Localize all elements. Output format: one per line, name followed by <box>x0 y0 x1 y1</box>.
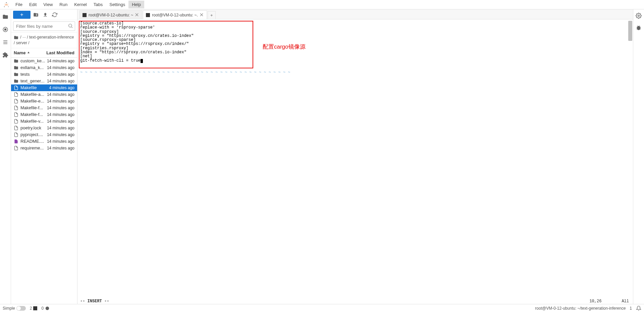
svg-line-9 <box>71 27 72 28</box>
file-time: 4 minutes ago <box>49 85 74 90</box>
file-name: Makefile <box>20 85 37 90</box>
breadcrumb[interactable]: / ··· / text-generation-inference / serv… <box>11 33 77 48</box>
terminal-content: [source.crates-io] replace-with = 'rspro… <box>80 21 626 63</box>
menu-run[interactable]: Run <box>56 1 71 8</box>
new-launcher-button[interactable]: + <box>13 11 31 19</box>
file-row[interactable]: tests14 minutes ago <box>11 71 77 78</box>
file-name: requireme... <box>20 145 44 150</box>
file-row[interactable]: Makefile4 minutes ago <box>11 84 77 91</box>
menu-edit[interactable]: Edit <box>26 1 40 8</box>
file-browser-panel: + / ··· / text-generation-inference / se… <box>11 9 77 304</box>
file-row[interactable]: poetry.lock14 minutes ago <box>11 125 77 131</box>
file-row[interactable]: Makefile-f...14 minutes ago <box>11 111 77 118</box>
vim-percent: All <box>622 299 629 304</box>
vim-mode: -- INSERT -- <box>80 299 109 304</box>
folder-icon <box>14 65 18 70</box>
menu-view[interactable]: View <box>40 1 56 8</box>
menu-file[interactable]: File <box>12 1 26 8</box>
file-row[interactable]: pyproject....14 minutes ago <box>11 131 77 138</box>
property-inspector-icon[interactable] <box>636 13 642 19</box>
search-icon <box>68 23 73 28</box>
file-row[interactable]: exllama_k...14 minutes ago <box>11 64 77 71</box>
file-icon <box>14 99 18 104</box>
svg-point-2 <box>8 6 9 7</box>
upload-icon[interactable] <box>41 11 49 19</box>
statusbar: Simple 2 0 root@VM-0-12-ubuntu: ~/text-g… <box>0 304 644 312</box>
kernel-icon <box>45 306 50 311</box>
folder-icon[interactable] <box>2 13 9 20</box>
file-name: Makefile-f... <box>20 112 43 117</box>
extension-icon[interactable] <box>2 52 9 58</box>
file-icon <box>14 85 18 90</box>
file-time: 14 minutes ago <box>47 112 74 117</box>
filter-input[interactable] <box>13 21 75 31</box>
file-time: 14 minutes ago <box>47 126 74 130</box>
status-kernel-count[interactable]: 0 <box>41 306 50 311</box>
file-time: 14 minutes ago <box>47 72 74 77</box>
menu-settings[interactable]: Settings <box>106 1 128 8</box>
editor-area: root@VM-0-12-ubuntu: ~root@VM-0-12-ubunt… <box>77 9 633 304</box>
file-toolbar: + <box>11 9 77 20</box>
file-row[interactable]: Makefile-a...14 minutes ago <box>11 91 77 98</box>
folder-icon <box>14 35 18 40</box>
file-row[interactable]: Makefile-e...14 minutes ago <box>11 98 77 105</box>
header-modified-label[interactable]: Last Modified <box>46 50 74 55</box>
file-time: 14 minutes ago <box>47 65 74 70</box>
file-name: Makefile-e... <box>20 99 44 104</box>
svg-rect-4 <box>5 29 6 30</box>
status-tabs-count[interactable]: 2 <box>30 306 38 311</box>
svg-point-14 <box>638 15 640 17</box>
scrollbar-thumb[interactable] <box>628 21 632 41</box>
refresh-icon[interactable] <box>51 11 59 19</box>
svg-point-1 <box>4 6 5 7</box>
file-name: poetry.lock <box>20 125 41 130</box>
right-sidebar <box>633 9 644 304</box>
new-folder-icon[interactable] <box>32 11 40 19</box>
vim-position: 10,26 <box>589 299 601 304</box>
menu-kernel[interactable]: Kernel <box>71 1 90 8</box>
file-list: custom_ke...14 minutes agoexllama_k...14… <box>11 58 77 304</box>
folder-icon <box>14 72 18 77</box>
header-name-label[interactable]: Name <box>14 50 25 55</box>
file-icon <box>14 126 18 130</box>
terminal-icon <box>146 13 150 17</box>
annotation-text: 配置cargo镜像源 <box>263 43 306 51</box>
activity-bar <box>0 9 11 304</box>
file-row[interactable]: Makefile-f...14 minutes ago <box>11 105 77 111</box>
terminal[interactable]: [source.crates-io] replace-with = 'rspro… <box>77 19 633 304</box>
breadcrumb-text: / ··· / text-generation-inference / serv… <box>14 35 74 45</box>
add-tab-button[interactable]: + <box>208 11 216 19</box>
tab-label: root@VM-0-12-ubuntu: ~ <box>89 13 133 17</box>
menu-help[interactable]: Help <box>128 1 144 8</box>
close-icon[interactable] <box>135 13 139 17</box>
status-num: 1 <box>630 306 632 311</box>
folder-icon <box>14 79 18 83</box>
file-icon <box>14 112 18 117</box>
running-icon[interactable] <box>2 26 9 33</box>
file-icon <box>14 146 18 150</box>
vim-tildes: ~ ~ ~ ~ ~ ~ ~ ~ ~ ~ ~ ~ ~ ~ ~ ~ ~ ~ ~ ~ … <box>80 70 290 74</box>
menu-tabs[interactable]: Tabs <box>90 1 106 8</box>
file-row[interactable]: Makefile-v...14 minutes ago <box>11 118 77 125</box>
tab[interactable]: root@VM-0-12-ubuntu: ~. <box>143 10 207 19</box>
file-time: 14 minutes ago <box>47 79 74 83</box>
terminal-icon <box>33 306 37 310</box>
svg-point-15 <box>46 306 49 310</box>
file-name: exllama_k... <box>20 65 44 70</box>
file-row[interactable]: custom_ke...14 minutes ago <box>11 58 77 64</box>
toc-icon[interactable] <box>2 39 9 46</box>
simple-mode-label: Simple <box>3 306 15 311</box>
markdown-icon <box>14 139 18 144</box>
file-row[interactable]: requireme...14 minutes ago <box>11 145 77 151</box>
file-time: 14 minutes ago <box>47 139 74 144</box>
tab[interactable]: root@VM-0-12-ubuntu: ~ <box>79 10 142 19</box>
bell-icon[interactable] <box>636 306 641 311</box>
file-row[interactable]: text_gener...14 minutes ago <box>11 78 77 84</box>
menubar: FileEditViewRunKernelTabsSettingsHelp <box>0 0 644 9</box>
debugger-icon[interactable] <box>636 25 642 31</box>
close-icon[interactable] <box>200 13 204 17</box>
file-row[interactable]: README....14 minutes ago <box>11 138 77 145</box>
simple-mode-toggle[interactable] <box>16 306 26 311</box>
file-time: 14 minutes ago <box>47 99 74 104</box>
file-icon <box>14 119 18 124</box>
